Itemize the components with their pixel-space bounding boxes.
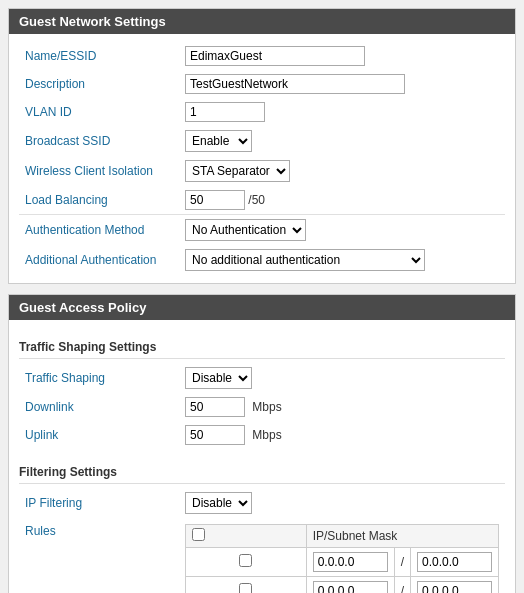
additional-auth-row: Additional Authentication No additional …: [19, 245, 505, 275]
rule-checkbox-cell-2: [186, 577, 307, 594]
uplink-unit: Mbps: [252, 428, 281, 442]
table-row: /: [186, 548, 499, 577]
rule-mask-input-1[interactable]: [417, 552, 492, 572]
traffic-table: Traffic Shaping Disable Enable Downlink …: [19, 363, 505, 449]
traffic-subsection-header: Traffic Shaping Settings: [19, 334, 505, 359]
rule-mask-input-2[interactable]: [417, 581, 492, 593]
guest-network-title: Guest Network Settings: [19, 14, 166, 29]
wireless-select[interactable]: STA Separator None: [185, 160, 290, 182]
rules-header-row: IP/Subnet Mask: [186, 525, 499, 548]
shaping-select[interactable]: Disable Enable: [185, 367, 252, 389]
guest-network-body: Name/ESSID Description VLAN ID Broadcast…: [9, 34, 515, 283]
ip-filtering-label: IP Filtering: [19, 488, 179, 518]
rule-ip-input-2[interactable]: [313, 581, 388, 593]
filtering-table: IP Filtering Disable Enable Rules: [19, 488, 505, 593]
name-input[interactable]: [185, 46, 365, 66]
shaping-value-cell: Disable Enable: [179, 363, 505, 393]
wireless-value-cell: STA Separator None: [179, 156, 505, 186]
rules-table-cell: IP/Subnet Mask /: [179, 518, 505, 593]
name-label: Name/ESSID: [19, 42, 179, 70]
rules-label: Rules: [19, 518, 179, 593]
rule-ip-input-1[interactable]: [313, 552, 388, 572]
load-value-cell: /50: [179, 186, 505, 215]
rules-table: IP/Subnet Mask /: [185, 524, 499, 593]
broadcast-row: Broadcast SSID Enable Disable: [19, 126, 505, 156]
description-value-cell: [179, 70, 505, 98]
rule-slash-2: /: [394, 577, 410, 594]
downlink-label: Downlink: [19, 393, 179, 421]
rule-checkbox-1[interactable]: [239, 554, 252, 567]
uplink-row: Uplink Mbps: [19, 421, 505, 449]
broadcast-select[interactable]: Enable Disable: [185, 130, 252, 152]
name-value-cell: [179, 42, 505, 70]
name-row: Name/ESSID: [19, 42, 505, 70]
auth-divider-row: Authentication Method No Authentication …: [19, 215, 505, 246]
load-input[interactable]: [185, 190, 245, 210]
uplink-input[interactable]: [185, 425, 245, 445]
downlink-value-cell: Mbps: [179, 393, 505, 421]
guest-access-title: Guest Access Policy: [19, 300, 146, 315]
description-input[interactable]: [185, 74, 405, 94]
vlan-input[interactable]: [185, 102, 265, 122]
auth-select[interactable]: No Authentication WPA2 WPA3: [185, 219, 306, 241]
guest-access-header: Guest Access Policy: [9, 295, 515, 320]
additional-auth-label: Additional Authentication: [19, 245, 179, 275]
rule-slash-1: /: [394, 548, 410, 577]
rule-ip-1: [306, 548, 394, 577]
rule-checkbox-2[interactable]: [239, 583, 252, 593]
broadcast-label: Broadcast SSID: [19, 126, 179, 156]
shaping-label: Traffic Shaping: [19, 363, 179, 393]
rule-mask-1: [411, 548, 499, 577]
rule-ip-2: [306, 577, 394, 594]
vlan-row: VLAN ID: [19, 98, 505, 126]
ip-filtering-select[interactable]: Disable Enable: [185, 492, 252, 514]
guest-network-header: Guest Network Settings: [9, 9, 515, 34]
load-row: Load Balancing /50: [19, 186, 505, 215]
vlan-label: VLAN ID: [19, 98, 179, 126]
ip-filtering-row: IP Filtering Disable Enable: [19, 488, 505, 518]
guest-network-section: Guest Network Settings Name/ESSID Descri…: [8, 8, 516, 284]
filtering-subsection: Filtering Settings IP Filtering Disable …: [19, 459, 505, 593]
vlan-value-cell: [179, 98, 505, 126]
guest-access-section: Guest Access Policy Traffic Shaping Sett…: [8, 294, 516, 593]
table-row: /: [186, 577, 499, 594]
downlink-input[interactable]: [185, 397, 245, 417]
auth-label: Authentication Method: [19, 215, 179, 246]
description-label: Description: [19, 70, 179, 98]
description-row: Description: [19, 70, 505, 98]
guest-access-body: Traffic Shaping Settings Traffic Shaping…: [9, 320, 515, 593]
wireless-label: Wireless Client Isolation: [19, 156, 179, 186]
downlink-row: Downlink Mbps: [19, 393, 505, 421]
shaping-row: Traffic Shaping Disable Enable: [19, 363, 505, 393]
load-label: Load Balancing: [19, 186, 179, 215]
wireless-row: Wireless Client Isolation STA Separator …: [19, 156, 505, 186]
additional-auth-value-cell: No additional authentication Other: [179, 245, 505, 275]
traffic-subsection: Traffic Shaping Settings Traffic Shaping…: [19, 334, 505, 449]
filtering-subsection-header: Filtering Settings: [19, 459, 505, 484]
rules-ip-header: IP/Subnet Mask: [306, 525, 498, 548]
load-max: /50: [248, 193, 265, 207]
rule-checkbox-cell-1: [186, 548, 307, 577]
broadcast-value-cell: Enable Disable: [179, 126, 505, 156]
rules-row: Rules IP/Subnet Mask: [19, 518, 505, 593]
auth-value-cell: No Authentication WPA2 WPA3: [179, 215, 505, 246]
ip-filtering-value-cell: Disable Enable: [179, 488, 505, 518]
downlink-unit: Mbps: [252, 400, 281, 414]
guest-network-table: Name/ESSID Description VLAN ID Broadcast…: [19, 42, 505, 275]
rule-mask-2: [411, 577, 499, 594]
uplink-label: Uplink: [19, 421, 179, 449]
uplink-value-cell: Mbps: [179, 421, 505, 449]
additional-auth-select[interactable]: No additional authentication Other: [185, 249, 425, 271]
rules-check-header: [186, 525, 307, 548]
rules-select-all[interactable]: [192, 528, 205, 541]
